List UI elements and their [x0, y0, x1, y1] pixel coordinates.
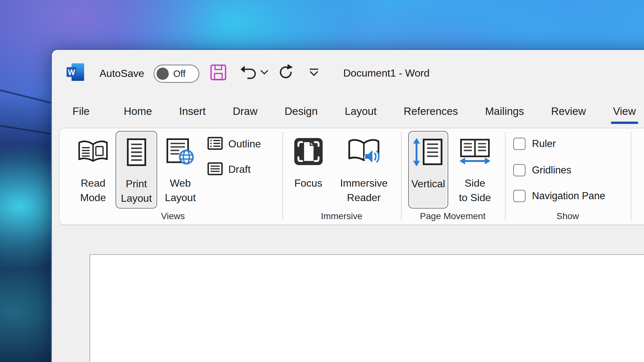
- print-layout-label: Print Layout: [121, 177, 152, 206]
- immersive-group-label: Immersive: [321, 211, 362, 221]
- tab-layout[interactable]: Layout: [344, 104, 377, 119]
- draft-document-icon: [207, 162, 223, 177]
- focus-frame-icon: [290, 131, 327, 172]
- page-movement-group-label: Page Movement: [420, 211, 486, 221]
- redo-button[interactable]: [277, 63, 295, 82]
- title-bar: W AutoSave Off: [52, 50, 644, 95]
- print-layout-button[interactable]: Print Layout: [116, 131, 157, 209]
- toggle-knob-icon: [156, 68, 169, 80]
- web-layout-label: Web Layout: [165, 176, 196, 205]
- immersive-reader-label: Immersive Reader: [340, 176, 388, 205]
- gridlines-label: Gridlines: [532, 164, 571, 176]
- document-lines-icon: [116, 132, 156, 173]
- customize-quick-access-button[interactable]: [307, 63, 321, 82]
- undo-icon: [240, 64, 258, 81]
- undo-button[interactable]: [240, 63, 258, 82]
- tab-view[interactable]: View: [612, 104, 637, 119]
- immersive-reader-button[interactable]: Immersive Reader: [332, 131, 396, 209]
- undo-dropdown-chevron-icon[interactable]: [260, 70, 268, 76]
- read-mode-button[interactable]: Read Mode: [71, 131, 115, 209]
- document-page[interactable]: [90, 254, 644, 362]
- ruler-label: Ruler: [532, 138, 556, 150]
- side-to-side-label: Side to Side: [459, 176, 491, 205]
- pages-horizontal-arrow-icon: [451, 131, 499, 172]
- word-app-icon: W: [66, 63, 85, 83]
- document-globe-icon: [159, 131, 201, 172]
- word-window: W AutoSave Off: [51, 49, 644, 362]
- ruler-checkbox[interactable]: [513, 138, 526, 150]
- tab-design[interactable]: Design: [284, 104, 318, 119]
- outline-button[interactable]: Outline: [207, 136, 261, 152]
- window-title: Document1 - Word: [343, 67, 430, 79]
- tab-insert[interactable]: Insert: [178, 104, 206, 119]
- vertical-label: Vertical: [412, 177, 445, 191]
- navigation-pane-checkbox[interactable]: [513, 190, 526, 202]
- page-vertical-arrows-icon: [409, 132, 448, 173]
- ribbon-tab-strip: File Home Insert Draw Design Layout Refe…: [52, 95, 644, 128]
- web-layout-button[interactable]: Web Layout: [159, 131, 201, 209]
- tab-review[interactable]: Review: [550, 104, 586, 119]
- group-divider: [282, 132, 283, 221]
- floppy-disk-icon: [210, 63, 227, 81]
- document-background: [52, 225, 644, 362]
- navigation-pane-label: Navigation Pane: [532, 190, 605, 202]
- tab-references[interactable]: References: [403, 104, 459, 119]
- ribbon-panel: Read Mode Print Layout We: [59, 128, 644, 225]
- open-book-icon: [71, 131, 115, 172]
- focus-label: Focus: [294, 176, 322, 190]
- tab-home[interactable]: Home: [123, 104, 153, 119]
- tab-mailings[interactable]: Mailings: [484, 104, 525, 119]
- autosave-state: Off: [173, 69, 185, 79]
- redo-icon: [277, 64, 295, 81]
- book-speaker-icon: [332, 131, 396, 172]
- outline-list-icon: [207, 136, 223, 152]
- gridlines-checkbox-row[interactable]: Gridlines: [513, 163, 571, 177]
- customize-chevron-icon: [308, 67, 320, 78]
- group-divider: [631, 132, 631, 221]
- outline-label: Outline: [228, 138, 261, 150]
- autosave-toggle[interactable]: Off: [154, 65, 199, 83]
- show-group-label: Show: [556, 211, 579, 221]
- draft-label: Draft: [228, 163, 251, 175]
- group-divider: [401, 132, 402, 221]
- read-mode-label: Read Mode: [80, 176, 106, 205]
- tab-file[interactable]: File: [72, 104, 90, 119]
- group-divider: [505, 132, 506, 221]
- gridlines-checkbox[interactable]: [513, 164, 526, 176]
- vertical-button[interactable]: Vertical: [408, 131, 448, 209]
- tab-draw[interactable]: Draw: [232, 104, 258, 119]
- views-group-label: Views: [161, 211, 185, 221]
- ruler-checkbox-row[interactable]: Ruler: [513, 137, 556, 151]
- svg-text:W: W: [68, 68, 75, 77]
- autosave-label: AutoSave: [99, 68, 144, 79]
- focus-button[interactable]: Focus: [290, 131, 327, 209]
- save-button[interactable]: [209, 63, 228, 82]
- side-to-side-button[interactable]: Side to Side: [451, 131, 499, 209]
- navigation-pane-checkbox-row[interactable]: Navigation Pane: [513, 189, 605, 203]
- draft-button[interactable]: Draft: [207, 162, 251, 177]
